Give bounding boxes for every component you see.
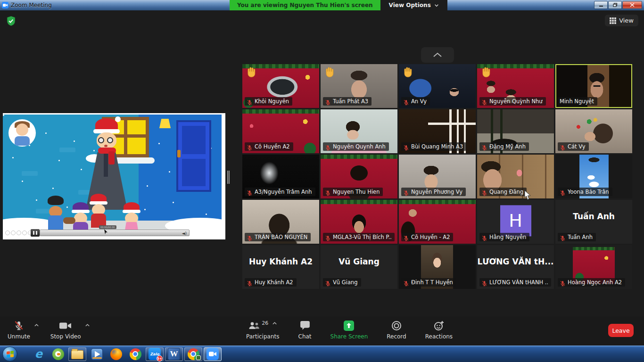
participant-tile[interactable]: Tuấn Anh Tuấn Anh: [555, 200, 632, 244]
collapse-gallery-button[interactable]: [421, 47, 454, 63]
participant-tile[interactable]: Đặng Mỹ Anh: [477, 109, 554, 153]
unmute-button[interactable]: Unmute: [8, 320, 30, 340]
zalo-badge: 5+: [157, 355, 163, 362]
video-camera-icon: [59, 320, 72, 332]
chat-label: Chat: [298, 333, 312, 340]
participant-nameplate: Vũ Giang: [323, 278, 361, 287]
participant-tile[interactable]: Hoàng Ngọc Anh A2: [555, 245, 632, 289]
share-screen-button[interactable]: Share Screen: [330, 320, 368, 340]
participant-tile[interactable]: Vũ Giang Vũ Giang: [321, 245, 397, 289]
taskbar-chrome-icon[interactable]: [126, 347, 144, 361]
close-button[interactable]: [622, 1, 642, 9]
participant-tile[interactable]: Tuấn Phát A3: [321, 64, 397, 108]
muted-mic-icon: [247, 280, 253, 286]
participant-tile[interactable]: Khôi Nguyên: [242, 64, 319, 108]
participant-tile[interactable]: Cô Huyền - A2: [399, 200, 476, 244]
pause-button[interactable]: [31, 229, 40, 237]
word-logo-text: W: [168, 348, 180, 360]
maximize-button[interactable]: [608, 1, 622, 9]
participant-tile[interactable]: Yoona Bảo Trân: [555, 155, 632, 198]
zoom-app-icon: [2, 2, 8, 8]
participant-nameplate: An Vy: [401, 97, 430, 106]
minimize-button[interactable]: [594, 1, 608, 9]
chevron-down-icon: [434, 4, 439, 7]
taskbar-media-player-icon[interactable]: [88, 347, 106, 361]
taskbar-internet-explorer-icon[interactable]: e: [30, 347, 48, 361]
chevron-up-icon: [432, 52, 443, 58]
participant-tile[interactable]: LƯƠNG VĂN tH... LƯƠNG VĂN tHANH ...: [477, 245, 554, 289]
participant-tile[interactable]: Nguyên Quynh Anh: [321, 109, 397, 153]
muted-mic-icon: [325, 189, 331, 195]
taskbar-firefox-icon[interactable]: [107, 347, 125, 361]
reactions-button[interactable]: Reactions: [425, 320, 453, 340]
participant-tile[interactable]: Nguyen Thu Hien: [321, 155, 397, 198]
leave-button[interactable]: Leave: [608, 324, 634, 337]
window-title: Zoom Meeting: [11, 2, 52, 8]
muted-mic-icon: [403, 280, 409, 286]
shared-video-content[interactable]: [3, 115, 222, 231]
participants-button[interactable]: 26 Participants: [246, 320, 280, 340]
view-options-button[interactable]: View Options: [380, 0, 447, 10]
muted-mic-icon: [325, 99, 331, 105]
participant-tile[interactable]: H Hằng Nguyễn: [477, 200, 554, 244]
participant-name: Khôi Nguyên: [255, 98, 289, 105]
share-screen-icon: [343, 320, 355, 331]
start-button[interactable]: [2, 346, 17, 362]
security-shield-icon[interactable]: [6, 16, 16, 26]
participant-tile[interactable]: Huy Khánh A2 Huy Khánh A2: [242, 245, 319, 289]
participant-nameplate: TRẦN BẢO NGUYÊN: [245, 233, 311, 241]
muted-mic-icon: [481, 234, 487, 240]
participant-name: Nguyễn Phương Vy: [411, 189, 462, 195]
participant-nameplate: LƯƠNG VĂN tHANH ...: [479, 278, 551, 287]
participant-tile[interactable]: An Vy: [399, 64, 476, 108]
view-button-label: View: [619, 17, 634, 24]
mic-options-caret[interactable]: [34, 323, 39, 327]
volume-icon[interactable]: ◄): [182, 231, 187, 236]
participant-tile[interactable]: MGLA3-Vũ Thị Bích P...: [321, 200, 397, 244]
participant-tile[interactable]: TRẦN BẢO NGUYÊN: [242, 200, 319, 244]
participant-name: Đặng Mỹ Anh: [489, 143, 526, 150]
participant-name: Tuấn Anh: [568, 234, 593, 240]
record-button[interactable]: Record: [387, 320, 406, 340]
scroll-handle[interactable]: [227, 171, 228, 184]
participant-tile[interactable]: Quang Đăng: [477, 155, 554, 198]
participant-center-name: Vũ Giang: [321, 257, 397, 266]
reactions-label: Reactions: [425, 333, 453, 340]
taskbar-file-explorer-icon[interactable]: [68, 347, 86, 361]
taskbar-coccoc-icon[interactable]: [49, 347, 67, 361]
participant-tile[interactable]: Cô Huyền A2: [242, 109, 319, 153]
participant-nameplate: Cát Vy: [558, 142, 589, 151]
participant-name: Cô Huyền A2: [255, 143, 290, 150]
participant-tile[interactable]: Bùi Quang Minh A3: [399, 109, 476, 153]
taskbar-zalo-icon[interactable]: Zalo 5+: [146, 347, 164, 361]
taskbar-chrome-profile-icon[interactable]: [184, 347, 202, 361]
participant-tile[interactable]: Nguyễn Quỳnh Như: [477, 64, 554, 108]
taskbar-word-icon[interactable]: W: [165, 347, 183, 361]
video-options-caret[interactable]: [85, 323, 90, 327]
mouse-cursor-white: [524, 190, 531, 200]
participant-tile[interactable]: Cát Vy: [555, 109, 632, 153]
title-bar: Zoom Meeting You are viewing Nguyen Thu …: [0, 0, 644, 10]
participant-name: Bùi Quang Minh A3: [411, 143, 463, 150]
participant-name: Hoàng Ngọc Anh A2: [568, 279, 622, 286]
muted-mic-icon: [247, 99, 253, 105]
participant-nameplate: Yoona Bảo Trân: [558, 188, 612, 196]
muted-mic-icon: [481, 280, 487, 286]
taskbar-zoom-icon[interactable]: [204, 347, 222, 361]
participant-tile[interactable]: A3/Nguyễn Trâm Anh: [242, 155, 319, 198]
view-layout-button[interactable]: View: [605, 15, 638, 26]
participant-tile[interactable]: Minh Nguyệt: [555, 64, 632, 108]
raised-hand-icon: [480, 66, 492, 78]
participant-tile[interactable]: Nguyễn Phương Vy: [399, 155, 476, 198]
participants-caret[interactable]: [272, 321, 277, 325]
participant-name: Quang Đăng: [489, 189, 523, 195]
participant-nameplate: Nguyen Thu Hien: [323, 188, 383, 196]
participant-nameplate: Hằng Nguyễn: [479, 233, 529, 241]
snowflakes: [3, 115, 4, 116]
participant-tile[interactable]: Đinh T T Huyền: [399, 245, 476, 289]
video-progress-bar[interactable]: ◄): [40, 230, 190, 236]
muted-mic-icon: [247, 234, 253, 240]
chat-button[interactable]: Chat: [298, 320, 312, 340]
stop-video-button[interactable]: Stop Video: [50, 320, 81, 340]
participant-nameplate: Đặng Mỹ Anh: [479, 142, 529, 151]
